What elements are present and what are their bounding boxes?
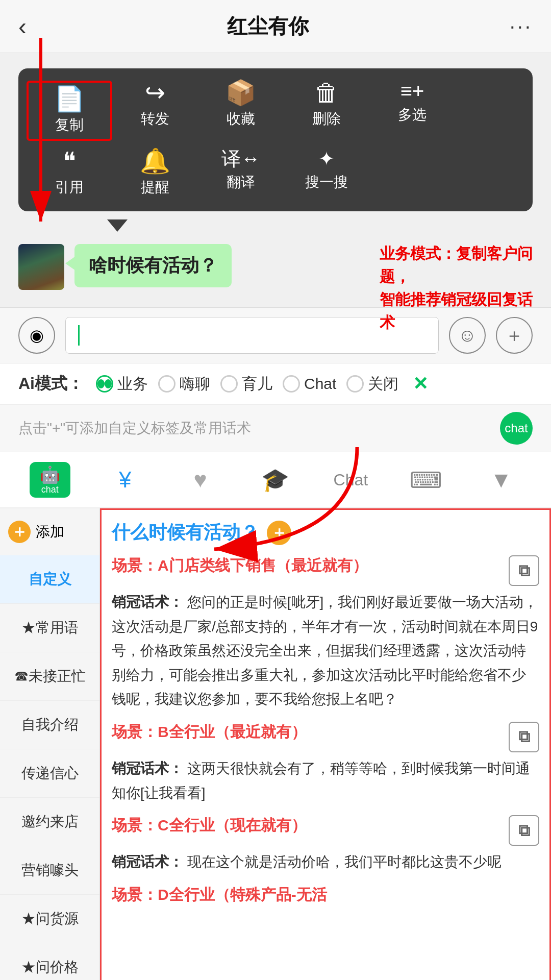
sales-label-b: 销冠话术：: [112, 761, 183, 776]
robot-icon: 🤖: [40, 465, 60, 484]
toolbar-heart[interactable]: ♥: [163, 459, 238, 500]
dropdown-icon: ▼: [490, 467, 512, 493]
multiselect-label: 多选: [398, 105, 427, 125]
chat-bubble: 啥时候有活动？: [74, 244, 232, 287]
sidebar: ＋ 添加 自定义 ★常用语 ☎未接正忙 自我介绍 传递信心 邀约来店 营销噱头 …: [0, 508, 100, 980]
copy-scene-c-icon: ⧉: [518, 821, 530, 840]
sidebar-item-source[interactable]: ★问货源: [0, 895, 99, 943]
context-menu-quote[interactable]: ❝ 引用: [27, 149, 112, 197]
right-panel: 什么时候有活动？ ＋ 场景：A门店类线下销售（最近就有） ⧉ 销冠话术： 您问的…: [100, 508, 551, 980]
search-icon: ✦: [318, 149, 335, 168]
sidebar-item-confidence[interactable]: 传递信心: [0, 749, 99, 798]
hint-text: 点击"+"可添加自定义标签及常用话术: [18, 419, 251, 438]
mode-child-label: 育儿: [242, 374, 272, 395]
ai-mode-bar: Ai模式： 业务 嗨聊 育儿 Chat 关闭 ✕: [0, 363, 551, 405]
translate-label: 翻译: [227, 173, 255, 192]
context-menu-search[interactable]: ✦ 搜一搜: [284, 149, 369, 197]
delete-icon: 🗑: [314, 81, 339, 105]
copy-scene-c-button[interactable]: ⧉: [509, 815, 539, 846]
cursor: [78, 325, 80, 346]
sidebar-add-button[interactable]: ＋ 添加: [0, 508, 99, 555]
question-title: 什么时候有活动？: [112, 520, 259, 545]
context-menu-forward[interactable]: ↪ 转发: [112, 81, 198, 141]
sidebar-item-marketing[interactable]: 营销噱头: [0, 846, 99, 895]
toolbar-chat-text[interactable]: Chat: [313, 459, 388, 500]
mode-haichat-label: 嗨聊: [180, 374, 210, 395]
question-header: 什么时候有活动？ ＋: [112, 520, 539, 545]
sidebar-item-missed[interactable]: ☎未接正忙: [0, 652, 99, 701]
mode-child[interactable]: 育儿: [220, 374, 272, 395]
context-menu-multiselect[interactable]: ≡+ 多选: [369, 81, 455, 141]
remind-icon: 🔔: [140, 149, 170, 174]
context-menu-collect[interactable]: 📦 收藏: [198, 81, 284, 141]
grad-icon: 🎓: [261, 467, 289, 493]
radio-business[interactable]: [96, 375, 113, 393]
context-menu-row2: ❝ 引用 🔔 提醒 译↔ 翻译 ✦ 搜一搜: [27, 149, 524, 197]
add-question-button[interactable]: ＋: [267, 521, 291, 545]
scene-title-c: 场景：C全行业（现在就有） ⧉: [112, 815, 539, 846]
avatar: [18, 244, 64, 290]
copy-icon: 📄: [54, 87, 85, 111]
toolbar-grad[interactable]: 🎓: [238, 459, 313, 500]
copy-scene-b-button[interactable]: ⧉: [509, 722, 539, 752]
context-menu-row1: 📄 复制 ↪ 转发 📦 收藏 🗑 删除 ≡+ 多选: [27, 81, 524, 141]
forward-label: 转发: [141, 109, 169, 129]
delete-label: 删除: [312, 109, 341, 129]
ai-mode-label: Ai模式：: [18, 373, 84, 395]
copy-scene-a-button[interactable]: ⧉: [509, 555, 539, 586]
chat-badge[interactable]: chat: [500, 412, 533, 445]
mode-business[interactable]: 业务: [96, 374, 148, 395]
radio-chat2[interactable]: [283, 375, 300, 393]
mode-off[interactable]: 关闭: [346, 374, 398, 395]
toolbar-dropdown[interactable]: ▼: [464, 459, 539, 500]
scene-content-a: 销冠话术： 您问的正是时候[呲牙]，我们刚好最近要做一场大活动，这次活动是厂家/…: [112, 590, 539, 712]
sidebar-item-price[interactable]: ★问价格: [0, 943, 99, 980]
money-icon: ¥: [119, 467, 131, 493]
radio-off[interactable]: [346, 375, 364, 393]
scene-block-d: 场景：D全行业（特殊产品-无活: [112, 885, 539, 905]
mode-off-label: 关闭: [368, 374, 398, 395]
back-button[interactable]: ‹: [18, 12, 27, 40]
voice-icon: ◉: [30, 326, 44, 345]
add-label: 添加: [36, 522, 64, 542]
copy-scene-b-icon: ⧉: [518, 727, 530, 746]
remind-label: 提醒: [141, 178, 169, 197]
translate-icon: 译↔: [221, 149, 260, 168]
mode-chat2-label: Chat: [304, 375, 336, 393]
quote-icon: ❝: [63, 149, 76, 174]
more-button[interactable]: ···: [510, 15, 533, 38]
sidebar-item-intro[interactable]: 自我介绍: [0, 701, 99, 749]
close-ai-button[interactable]: ✕: [413, 373, 428, 395]
toolbar-money[interactable]: ¥: [87, 459, 162, 500]
chat-toolbar-label: chat: [41, 484, 59, 495]
toolbar: 🤖 chat ¥ ♥ 🎓 Chat ⌨ ▼: [0, 452, 551, 508]
copy-scene-a-icon: ⧉: [518, 561, 530, 580]
chat-text-icon: Chat: [334, 471, 368, 489]
context-menu-translate[interactable]: 译↔ 翻译: [198, 149, 284, 197]
radio-child[interactable]: [220, 375, 238, 393]
toolbar-keyboard[interactable]: ⌨: [388, 459, 463, 500]
mode-chat2[interactable]: Chat: [283, 375, 336, 393]
radio-haichat[interactable]: [158, 375, 176, 393]
toolbar-chat-robot[interactable]: 🤖 chat: [12, 459, 87, 500]
chat-area: 啥时候有活动？ 业务模式：复制客户问题，智能推荐销冠级回复话术: [0, 232, 551, 302]
sidebar-item-custom[interactable]: 自定义: [0, 555, 99, 604]
context-menu-remind[interactable]: 🔔 提醒: [112, 149, 198, 197]
sidebar-item-common[interactable]: ★常用语: [0, 604, 99, 652]
context-menu-delete[interactable]: 🗑 删除: [284, 81, 369, 141]
copy-label: 复制: [55, 115, 84, 135]
scene-block-c: 场景：C全行业（现在就有） ⧉ 销冠话术： 现在这个就是活动价哈，我们平时都比这…: [112, 815, 539, 874]
hint-bar: 点击"+"可添加自定义标签及常用话术 chat: [0, 405, 551, 452]
multiselect-icon: ≡+: [400, 81, 424, 101]
voice-button[interactable]: ◉: [18, 317, 55, 354]
ai-mode-options: 业务 嗨聊 育儿 Chat 关闭 ✕: [96, 373, 428, 395]
context-menu-copy[interactable]: 📄 复制: [27, 81, 112, 141]
scene-title-a: 场景：A门店类线下销售（最近就有） ⧉: [112, 555, 539, 586]
sales-label-c: 销冠话术：: [112, 854, 183, 870]
scene-title-d: 场景：D全行业（特殊产品-无活: [112, 885, 539, 905]
mode-chat[interactable]: 嗨聊: [158, 374, 210, 395]
sidebar-item-invite[interactable]: 邀约来店: [0, 798, 99, 846]
scene-content-c: 销冠话术： 现在这个就是活动价哈，我们平时都比这贵不少呢: [112, 850, 539, 874]
add-icon: ＋: [8, 521, 31, 543]
forward-icon: ↪: [145, 81, 165, 105]
